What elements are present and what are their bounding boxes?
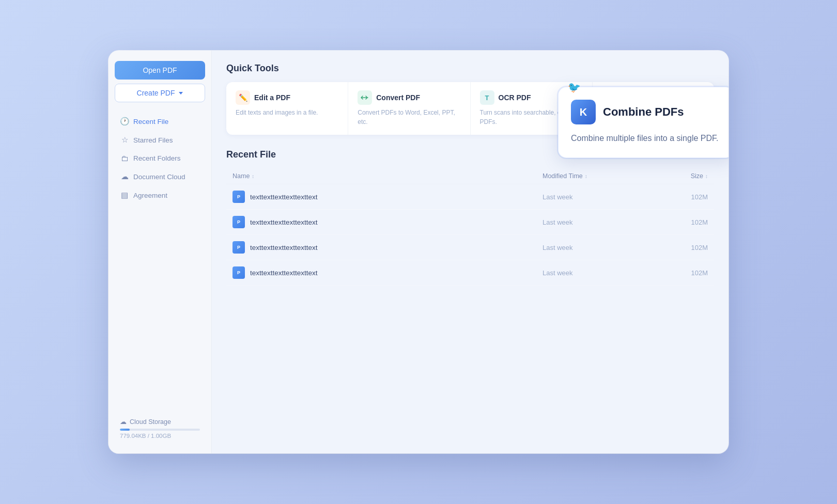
file-size: 102M: [646, 218, 708, 226]
storage-bar-fill: [120, 429, 130, 431]
agreement-icon: ▤: [120, 191, 129, 200]
folder-icon: 🗀: [120, 154, 129, 163]
recent-file-icon: 🕐: [120, 117, 129, 126]
sidebar-item-document-cloud[interactable]: ☁ Document Cloud: [115, 168, 205, 185]
edit-pdf-desc: Edit texts and images in a file.: [236, 108, 338, 117]
table-row[interactable]: P texttexttexttexttexttext Last week 102…: [226, 210, 714, 235]
convert-pdf-icon: [358, 90, 372, 105]
cloud-storage-section: ☁ Cloud Storage 779.04KB / 1.00GB: [115, 414, 205, 443]
cloud-icon: ☁: [120, 172, 129, 181]
file-name: texttexttexttexttexttext: [250, 193, 542, 201]
main-content: Quick Tools ✏️ Edit a PDF Edit texts and…: [212, 51, 729, 453]
edit-pdf-icon: ✏️: [236, 90, 250, 105]
file-name: texttexttexttexttexttext: [250, 269, 542, 277]
sidebar-item-label: Recent File: [133, 118, 168, 125]
file-table-header: Name ↕ Modified Time ↕ Size ↕: [226, 168, 714, 184]
tool-header: ✏️ Edit a PDF: [236, 90, 338, 105]
sidebar-item-label: Document Cloud: [133, 173, 185, 181]
sort-modified-icon[interactable]: ↕: [585, 174, 587, 179]
tooltip-app-icon: K: [571, 100, 596, 124]
ocr-pdf-icon: T: [480, 90, 494, 105]
file-icon-letter: P: [237, 245, 240, 250]
convert-pdf-name: Convert PDF: [376, 93, 420, 102]
sidebar-nav: 🕐 Recent File ☆ Starred Files 🗀 Recent F…: [115, 113, 205, 205]
file-icon-letter: P: [237, 219, 240, 225]
cloud-storage-icon: ☁: [120, 418, 127, 426]
sort-name-icon[interactable]: ↕: [252, 174, 254, 179]
sidebar-item-label: Recent Folders: [133, 154, 181, 162]
tooltip-title: Combine PDFs: [603, 105, 684, 119]
table-row[interactable]: P texttexttexttexttexttext Last week 102…: [226, 260, 714, 286]
tooltip-desc: Combine multiple files into a single PDF…: [571, 132, 721, 145]
sidebar-item-starred-files[interactable]: ☆ Starred Files: [115, 131, 205, 149]
table-row[interactable]: P texttexttexttexttexttext Last week 102…: [226, 184, 714, 210]
tool-edit-pdf[interactable]: ✏️ Edit a PDF Edit texts and images in a…: [226, 82, 348, 135]
cloud-storage-label: ☁ Cloud Storage: [120, 418, 200, 426]
app-letter: K: [580, 106, 587, 118]
star-icon: ☆: [120, 135, 129, 145]
file-icon: P: [233, 241, 245, 254]
sidebar-item-label: Agreement: [133, 192, 167, 199]
sidebar: Open PDF Create PDF 🕐 Recent File ☆ Star…: [109, 51, 212, 453]
col-name-header: Name ↕: [233, 172, 542, 180]
convert-pdf-desc: Convert PDFs to Word, Excel, PPT, etc.: [358, 108, 460, 127]
file-icon: P: [233, 266, 245, 279]
file-size: 102M: [646, 269, 708, 277]
file-modified: Last week: [542, 269, 646, 277]
col-modified-header: Modified Time ↕: [542, 172, 646, 180]
edit-pdf-name: Edit a PDF: [254, 93, 290, 102]
file-modified: Last week: [542, 244, 646, 251]
table-row[interactable]: P texttexttexttexttexttext Last week 102…: [226, 235, 714, 260]
col-size-header: Size ↕: [646, 172, 708, 180]
combine-pdfs-tooltip: 🐦 K Combine PDFs Combine multiple files …: [558, 87, 729, 158]
sidebar-item-recent-file[interactable]: 🕐 Recent File: [115, 113, 205, 130]
create-pdf-button[interactable]: Create PDF: [115, 84, 205, 102]
sidebar-spacer: [115, 205, 205, 414]
file-icon-letter: P: [237, 194, 240, 199]
sidebar-item-agreement[interactable]: ▤ Agreement: [115, 186, 205, 204]
sidebar-item-recent-folders[interactable]: 🗀 Recent Folders: [115, 150, 205, 167]
ocr-pdf-name: OCR PDF: [499, 93, 531, 102]
storage-bar: [120, 429, 200, 431]
create-pdf-label: Create PDF: [137, 89, 175, 97]
tooltip-header: K Combine PDFs: [571, 100, 721, 124]
bird-icon: 🐦: [568, 81, 581, 93]
tool-convert-pdf[interactable]: Convert PDF Convert PDFs to Word, Excel,…: [348, 82, 470, 135]
file-name: texttexttexttexttexttext: [250, 244, 542, 251]
file-modified: Last week: [542, 218, 646, 226]
tool-header: Convert PDF: [358, 90, 460, 105]
quick-tools-title: Quick Tools: [226, 63, 714, 74]
storage-usage-text: 779.04KB / 1.00GB: [120, 433, 200, 439]
file-name: texttexttexttexttexttext: [250, 218, 542, 226]
file-modified: Last week: [542, 193, 646, 201]
chevron-down-icon: [179, 92, 183, 94]
open-pdf-button[interactable]: Open PDF: [115, 61, 205, 80]
file-size: 102M: [646, 244, 708, 251]
sort-size-icon[interactable]: ↕: [705, 174, 708, 179]
file-size: 102M: [646, 193, 708, 201]
file-icon-letter: P: [237, 270, 240, 275]
file-rows: P texttexttexttexttexttext Last week 102…: [226, 184, 714, 286]
file-icon: P: [233, 191, 245, 203]
app-window: Open PDF Create PDF 🕐 Recent File ☆ Star…: [109, 51, 729, 453]
sidebar-item-label: Starred Files: [133, 136, 173, 144]
recent-file-section: Recent File Name ↕ Modified Time ↕ Size …: [226, 149, 714, 286]
file-icon: P: [233, 216, 245, 228]
